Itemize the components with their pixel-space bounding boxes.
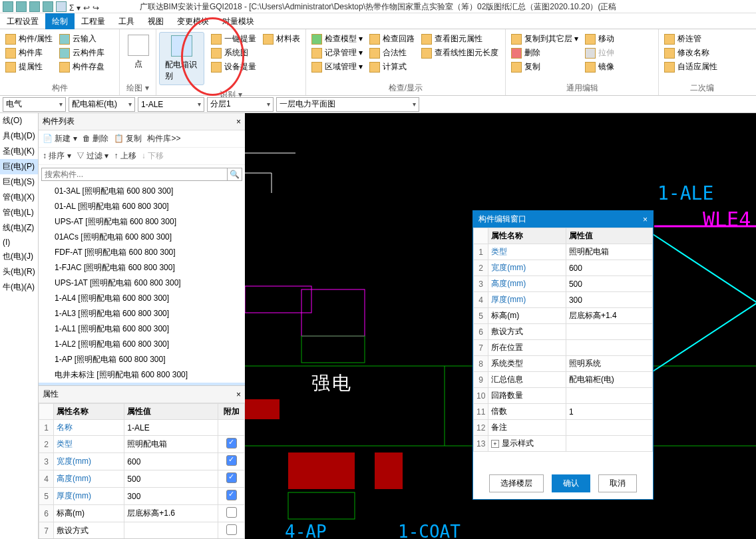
table-row[interactable]: 11倍数1 <box>474 404 653 420</box>
table-row[interactable]: 6标高(m)层底标高+1.6 <box>39 505 245 522</box>
btn-point[interactable]: 点 <box>122 32 154 73</box>
checkbox[interactable] <box>226 455 237 466</box>
tree-item[interactable]: (I) <box>0 236 38 249</box>
table-row[interactable]: 13+显示样式 <box>474 436 653 452</box>
btn-cloud-input[interactable]: 云输入 <box>57 32 107 46</box>
dd-name[interactable]: 1-ALE▾ <box>138 97 204 112</box>
list-item[interactable]: 1-AL4 [照明配电箱 600 800 300] <box>39 291 245 306</box>
qat-icon[interactable] <box>56 1 67 12</box>
btn-check-circuit[interactable]: 检查回路 <box>367 32 417 46</box>
qat-icon[interactable] <box>29 1 40 12</box>
btn-record-mgmt[interactable]: 记录管理 ▾ <box>309 46 365 60</box>
table-row[interactable]: 7所在位置 <box>474 340 653 356</box>
table-row[interactable]: 4厚度(mm)300 <box>474 292 653 308</box>
property-table[interactable]: 属性名称 属性值 附加 1名称1-ALE2类型照明配电箱3宽度(mm)6004高… <box>39 403 245 539</box>
btn-rename[interactable]: 修改名称 <box>662 46 720 60</box>
tree-item[interactable]: 管(电)(X) <box>0 190 38 205</box>
btn-cancel[interactable]: 取消 <box>598 474 637 492</box>
btn-down[interactable]: ↓ 下移 <box>142 150 164 162</box>
btn-copy[interactable]: 📋 复制 <box>114 133 142 144</box>
btn-save-component[interactable]: 构件存盘 <box>57 60 107 74</box>
tree-item[interactable]: 管(电)(L) <box>0 205 38 220</box>
table-row[interactable]: 5标高(m)层底标高+1.4 <box>474 308 653 324</box>
component-list[interactable]: 01-3AL [照明配电箱 600 800 300]01-AL [照明配电箱 6… <box>39 184 245 385</box>
btn-filter[interactable]: ▽ 过滤 ▾ <box>77 150 109 162</box>
btn-material-list[interactable]: 材料表 <box>260 32 303 46</box>
btn-delete[interactable]: 删除 <box>508 46 581 60</box>
qat-icon[interactable] <box>43 1 53 12</box>
tab-tools[interactable]: 工具 <box>112 13 141 29</box>
table-row[interactable]: 5厚度(mm)300 <box>39 488 245 505</box>
list-item[interactable]: 1-AL2 [照明配电箱 600 800 300] <box>39 337 245 352</box>
tree-item[interactable]: 也(电)(J) <box>0 249 38 264</box>
table-row[interactable]: 6敷设方式 <box>474 324 653 340</box>
search-input[interactable] <box>41 168 228 181</box>
list-item[interactable]: 电井未标注 [照明配电箱 600 800 300] <box>39 367 245 383</box>
btn-legality[interactable]: 合法性 <box>367 46 417 60</box>
btn-system-diagram[interactable]: 系统图 <box>208 46 259 60</box>
tree-item[interactable]: 具(电)(D) <box>0 128 38 144</box>
tree-item[interactable]: 头(电)(R) <box>0 264 38 279</box>
list-item[interactable]: 1-AL1 [照明配电箱 600 800 300] <box>39 321 245 337</box>
tree-item[interactable]: 巨(电)(S) <box>0 174 38 190</box>
tree-item[interactable]: 线(O) <box>0 113 38 128</box>
component-edit-window[interactable]: 构件编辑窗口 × 属性名称 属性值 1类型照明配电箱2宽度(mm)6003高度(… <box>472 210 654 500</box>
btn-view-props[interactable]: 查看图元属性 <box>419 32 501 46</box>
qat-icon[interactable] <box>3 1 13 12</box>
btn-recognize-box[interactable]: 配电箱识别 <box>159 32 204 85</box>
btn-sort[interactable]: ↕ 排序 ▾ <box>43 150 71 162</box>
btn-stretch[interactable]: 拉伸 <box>582 46 617 60</box>
btn-extract-props[interactable]: 提属性 <box>3 60 55 74</box>
tree-item[interactable]: 牛(电)(A) <box>0 279 38 295</box>
close-icon[interactable]: × <box>643 215 648 224</box>
list-item[interactable]: 1-ALE [照明配电箱 600 800 300] <box>39 383 245 385</box>
btn-mirror[interactable]: 镜像 <box>582 60 617 74</box>
list-item[interactable]: UPS-AT [照明配电箱 600 800 300] <box>39 214 245 230</box>
panel-close-icon[interactable]: × <box>236 117 241 126</box>
left-nav-tree[interactable]: 线(O) 具(电)(D) 圣(电)(K) 巨(电)(P) 巨(电)(S) 管(电… <box>0 113 39 539</box>
btn-check-model[interactable]: 检查模型 ▾ <box>309 32 365 46</box>
btn-area-mgmt[interactable]: 区域管理 ▾ <box>309 60 365 74</box>
list-item[interactable]: 1-AL3 [照明配电箱 600 800 300] <box>39 306 245 321</box>
btn-lib[interactable]: 构件库>> <box>147 133 180 144</box>
panel-close-icon[interactable]: × <box>236 390 241 399</box>
btn-move[interactable]: 移动 <box>582 32 617 46</box>
btn-del[interactable]: 🗑 删除 <box>83 133 108 144</box>
tab-view[interactable]: 视图 <box>141 13 170 29</box>
tab-project-settings[interactable]: 工程设置 <box>0 13 45 29</box>
btn-view-length[interactable]: 查看线性图元长度 <box>419 46 501 60</box>
btn-device-qty[interactable]: 设备提量 <box>208 60 259 74</box>
table-row[interactable]: 7敷设方式 <box>39 522 245 540</box>
dd-type[interactable]: 配电箱柜(电)▾ <box>69 97 135 112</box>
tab-qty[interactable]: 工程量 <box>75 13 112 29</box>
list-item[interactable]: 01-3AL [照明配电箱 600 800 300] <box>39 184 245 199</box>
list-item[interactable]: 01-AL [照明配电箱 600 800 300] <box>39 199 245 214</box>
table-row[interactable]: 1类型照明配电箱 <box>474 244 653 260</box>
table-row[interactable]: 8系统类型照明系统 <box>474 356 653 372</box>
btn-cloud-lib[interactable]: 云构件库 <box>57 46 107 60</box>
table-row[interactable]: 2类型照明配电箱 <box>39 436 245 453</box>
table-row[interactable]: 3宽度(mm)600 <box>39 453 245 470</box>
btn-new[interactable]: 📄 新建 ▾ <box>43 133 77 144</box>
checkbox[interactable] <box>226 524 237 535</box>
table-row[interactable]: 12备注 <box>474 420 653 436</box>
dd-drawing[interactable]: 一层电力平面图▾ <box>276 97 419 112</box>
btn-select-floor[interactable]: 选择楼层 <box>489 474 544 492</box>
btn-one-key-qty[interactable]: 一键提量 <box>208 32 259 46</box>
list-item[interactable]: 1-AP [照明配电箱 600 800 300] <box>39 352 245 367</box>
checkbox[interactable] <box>226 438 237 449</box>
table-row[interactable]: 1名称1-ALE <box>39 420 245 436</box>
tree-item-selected[interactable]: 巨(电)(P) <box>0 159 38 174</box>
table-row[interactable]: 9汇总信息配电箱柜(电) <box>474 372 653 388</box>
search-icon[interactable]: 🔍 <box>228 168 242 181</box>
btn-bridge-pipe[interactable]: 桥连管 <box>662 32 720 46</box>
tab-compare[interactable]: 对量模块 <box>216 13 261 29</box>
tree-item[interactable]: 线(电)(Z) <box>0 220 38 236</box>
table-row[interactable]: 4高度(mm)500 <box>39 470 245 488</box>
btn-component-props[interactable]: 构件/属性 <box>3 32 55 46</box>
tree-item[interactable]: 圣(电)(K) <box>0 144 38 159</box>
btn-confirm[interactable]: 确认 <box>552 474 590 492</box>
dd-layer[interactable]: 分层1▾ <box>207 97 274 112</box>
checkbox[interactable] <box>226 472 237 483</box>
btn-calc[interactable]: 计算式 <box>367 60 417 74</box>
